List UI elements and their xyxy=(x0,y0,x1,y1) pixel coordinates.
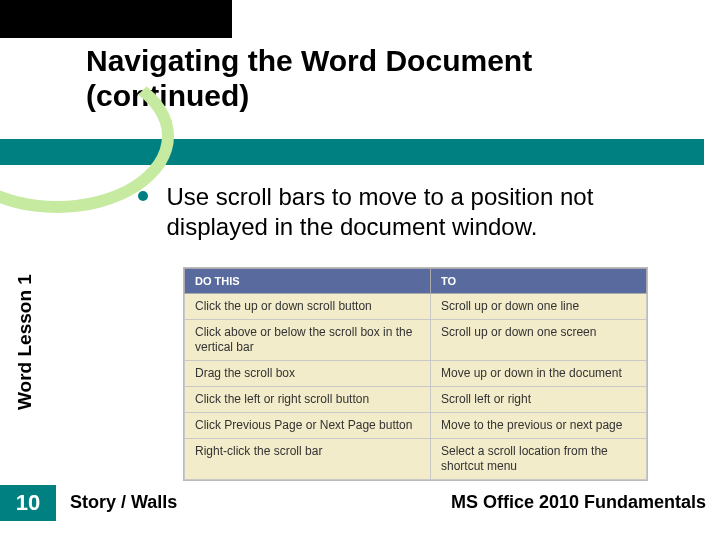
top-black-bar xyxy=(0,0,232,38)
table-header-to: TO xyxy=(431,269,647,294)
table-row: Right-click the scroll barSelect a scrol… xyxy=(185,439,647,480)
bullet-icon xyxy=(138,191,148,201)
table-row: Click the left or right scroll buttonScr… xyxy=(185,387,647,413)
cell: Scroll up or down one line xyxy=(431,294,647,320)
sidebar-label: Word Lesson 1 xyxy=(14,274,36,410)
cell: Drag the scroll box xyxy=(185,361,431,387)
cell: Right-click the scroll bar xyxy=(185,439,431,480)
decorative-band xyxy=(0,139,704,165)
cell: Scroll left or right xyxy=(431,387,647,413)
table-row: Click the up or down scroll buttonScroll… xyxy=(185,294,647,320)
page-title: Navigating the Word Document (continued) xyxy=(86,44,686,113)
cell: Click Previous Page or Next Page button xyxy=(185,413,431,439)
bullet-text: Use scroll bars to move to a position no… xyxy=(166,182,682,242)
table-row: Click Previous Page or Next Page buttonM… xyxy=(185,413,647,439)
table-row: Click above or below the scroll box in t… xyxy=(185,320,647,361)
cell: Scroll up or down one screen xyxy=(431,320,647,361)
bullet-item: Use scroll bars to move to a position no… xyxy=(138,182,688,242)
page-number-box: 10 xyxy=(0,485,56,521)
footer-right: MS Office 2010 Fundamentals xyxy=(451,492,706,513)
footer-left: Story / Walls xyxy=(70,492,177,513)
cell: Click the up or down scroll button xyxy=(185,294,431,320)
cell: Click above or below the scroll box in t… xyxy=(185,320,431,361)
table-header-do-this: DO THIS xyxy=(185,269,431,294)
cell: Move to the previous or next page xyxy=(431,413,647,439)
cell: Click the left or right scroll button xyxy=(185,387,431,413)
scroll-actions-table: DO THIS TO Click the up or down scroll b… xyxy=(184,268,647,480)
table-row: Drag the scroll boxMove up or down in th… xyxy=(185,361,647,387)
cell: Select a scroll location from the shortc… xyxy=(431,439,647,480)
cell: Move up or down in the document xyxy=(431,361,647,387)
title-container: Navigating the Word Document (continued) xyxy=(86,44,686,113)
